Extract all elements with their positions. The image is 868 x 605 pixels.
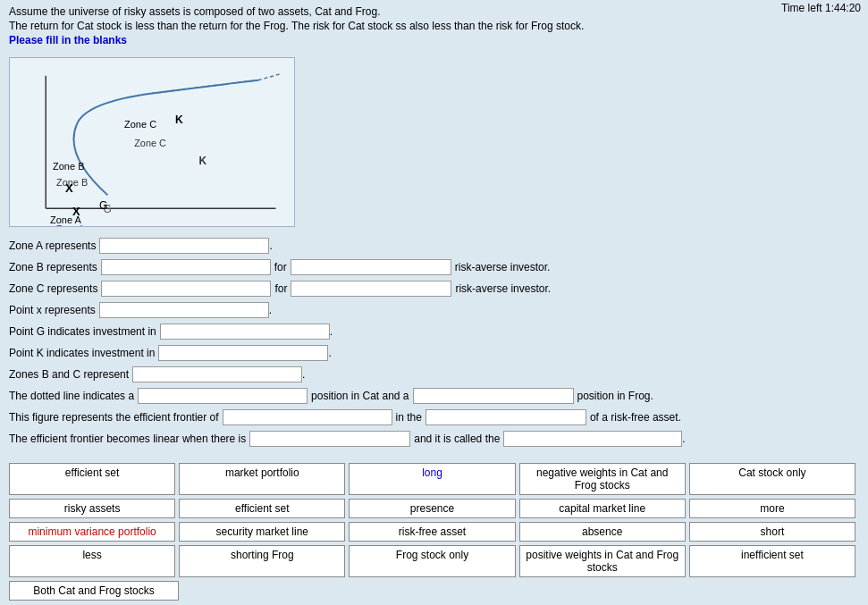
svg-text:Zone C: Zone C: [134, 138, 166, 148]
zone-b-row: Zone B represents for risk-averse invest…: [9, 259, 859, 275]
dotted-line-input1[interactable]: [138, 388, 308, 404]
point-x-row: Point x represents .: [9, 302, 859, 318]
zone-b-input2[interactable]: [291, 259, 451, 275]
drag-risk-free-asset[interactable]: risk-free asset: [349, 522, 515, 542]
drag-area: efficient set market portfolio long nega…: [9, 463, 859, 601]
linear-label-text: The efficient frontier becomes linear wh…: [9, 433, 246, 445]
zone-c-label: Zone C: [124, 119, 156, 130]
diagram: Zone A Zone B Zone C X G K Zone A Zone A…: [9, 57, 295, 227]
point-k: K: [175, 113, 183, 126]
zone-b-label: Zone B: [53, 161, 84, 172]
drag-short[interactable]: short: [689, 522, 855, 542]
header-line3: Please fill in the blanks: [9, 34, 859, 46]
efficient-frontier-input2[interactable]: [426, 409, 586, 425]
linear-row: The efficient frontier becomes linear wh…: [9, 431, 859, 447]
drag-more[interactable]: more: [689, 499, 855, 518]
drag-negative-weights[interactable]: negative weights in Cat and Frog stocks: [519, 463, 686, 495]
zone-a-row: Zone A represents .: [9, 238, 859, 254]
zone-b-label-text: Zone B represents: [9, 261, 97, 273]
dotted-line-label-text: The dotted line indicates a: [9, 390, 134, 402]
drag-shorting-frog[interactable]: shorting Frog: [179, 545, 345, 577]
drag-row-3: minimum variance portfolio security mark…: [9, 522, 859, 542]
drag-absence[interactable]: absence: [519, 522, 686, 542]
drag-risky-assets[interactable]: risky assets: [9, 499, 175, 518]
drag-market-portfolio[interactable]: market portfolio: [179, 463, 345, 495]
drag-both-cat-frog[interactable]: Both Cat and Frog stocks: [9, 581, 179, 601]
header-line2: The return for Cat stock is less than th…: [9, 20, 859, 32]
drag-row-4: less shorting Frog Frog stock only posit…: [9, 545, 859, 577]
drag-row-2: risky assets efficient set presence capi…: [9, 499, 859, 518]
point-x: X: [65, 181, 73, 195]
point-x-label-text: Point x represents: [9, 304, 96, 316]
linear-input1[interactable]: [249, 431, 410, 447]
header-line1: Assume the universe of risky assets is c…: [9, 5, 859, 18]
efficient-frontier-label-text: This figure represents the efficient fro…: [9, 411, 219, 424]
dotted-line-row: The dotted line indicates a position in …: [9, 388, 859, 404]
zone-a-label-text: Zone A represents: [9, 239, 96, 252]
drag-efficient-set-2[interactable]: efficient set: [179, 499, 345, 518]
zone-b-input1[interactable]: [101, 259, 271, 275]
drag-efficient-set-1[interactable]: efficient set: [9, 463, 175, 495]
point-k-row: Point K indicates investment in .: [9, 345, 859, 361]
zones-bc-input[interactable]: [132, 366, 302, 382]
drag-frog-stock-only[interactable]: Frog stock only: [349, 545, 515, 577]
zone-c-input2[interactable]: [291, 281, 451, 297]
linear-input2[interactable]: [503, 431, 682, 447]
point-g: G: [99, 199, 107, 212]
zone-a-input[interactable]: [99, 238, 269, 254]
point-k-input[interactable]: [158, 345, 328, 361]
drag-row-5: Both Cat and Frog stocks: [9, 581, 859, 601]
zones-bc-row: Zones B and C represent .: [9, 366, 859, 382]
point-g-label-text: Point G indicates investment in: [9, 325, 156, 338]
efficient-frontier-input1[interactable]: [223, 409, 392, 425]
drag-positive-weights[interactable]: positive weights in Cat and Frog stocks: [519, 545, 686, 577]
drag-capital-market-line[interactable]: capital market line: [519, 499, 686, 518]
drag-less[interactable]: less: [9, 545, 175, 577]
efficient-frontier-row: This figure represents the efficient fro…: [9, 409, 859, 425]
zones-bc-label-text: Zones B and C represent: [9, 368, 129, 381]
zone-a-label: Zone A: [50, 214, 81, 225]
drag-cat-stock-only[interactable]: Cat stock only: [689, 463, 855, 495]
dotted-line-input2[interactable]: [413, 388, 574, 404]
point-k-label-text: Point K indicates investment in: [9, 347, 155, 359]
zone-c-row: Zone C represents for risk-averse invest…: [9, 281, 859, 297]
drag-row-1: efficient set market portfolio long nega…: [9, 463, 859, 495]
drag-security-market-line[interactable]: security market line: [179, 522, 345, 542]
drag-presence[interactable]: presence: [349, 499, 515, 518]
timer: Time left 1:44:20: [781, 2, 861, 14]
zone-c-label-text: Zone C represents: [9, 282, 97, 295]
drag-inefficient-set[interactable]: inefficient set: [689, 545, 855, 577]
drag-minimum-variance[interactable]: minimum variance portfolio: [9, 522, 175, 542]
drag-long[interactable]: long: [349, 463, 515, 495]
svg-text:K: K: [198, 155, 206, 167]
header: Assume the universe of risky assets is c…: [0, 0, 868, 50]
point-g-row: Point G indicates investment in .: [9, 324, 859, 340]
point-x-input[interactable]: [99, 302, 269, 318]
zone-c-input1[interactable]: [101, 281, 271, 297]
point-g-input[interactable]: [160, 324, 330, 340]
form-section: Zone A represents . Zone B represents fo…: [0, 234, 868, 456]
